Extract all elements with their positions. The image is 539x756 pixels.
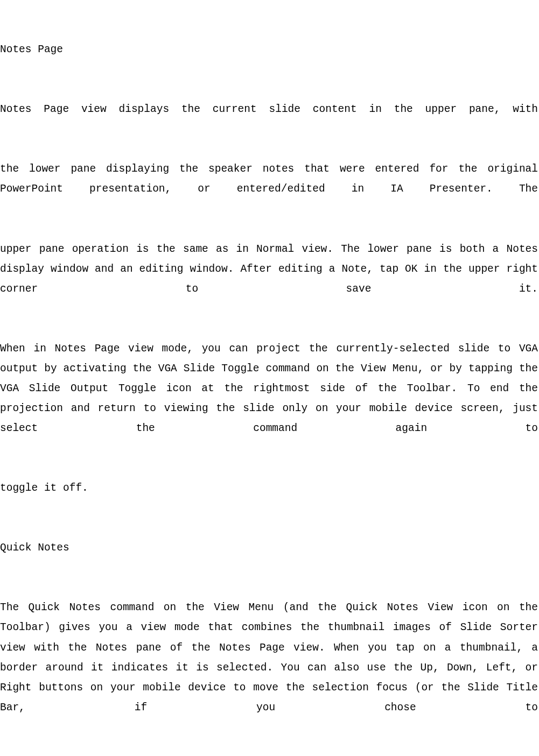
paragraph-line: toggle it off.	[0, 478, 539, 498]
paragraph-line: the lower pane displaying the speaker no…	[0, 159, 539, 199]
heading-quick-notes: Quick Notes	[0, 538, 539, 558]
paragraph-line: When in Notes Page view mode, you can pr…	[0, 339, 539, 439]
document-body: Notes Page Notes Page view displays the …	[0, 0, 539, 756]
heading-notes-page: Notes Page	[0, 40, 539, 60]
paragraph-line: The Quick Notes command on the View Menu…	[0, 598, 539, 717]
paragraph-line: upper pane operation is the same as in N…	[0, 239, 539, 299]
paragraph-line: Notes Page view displays the current sli…	[0, 100, 539, 119]
